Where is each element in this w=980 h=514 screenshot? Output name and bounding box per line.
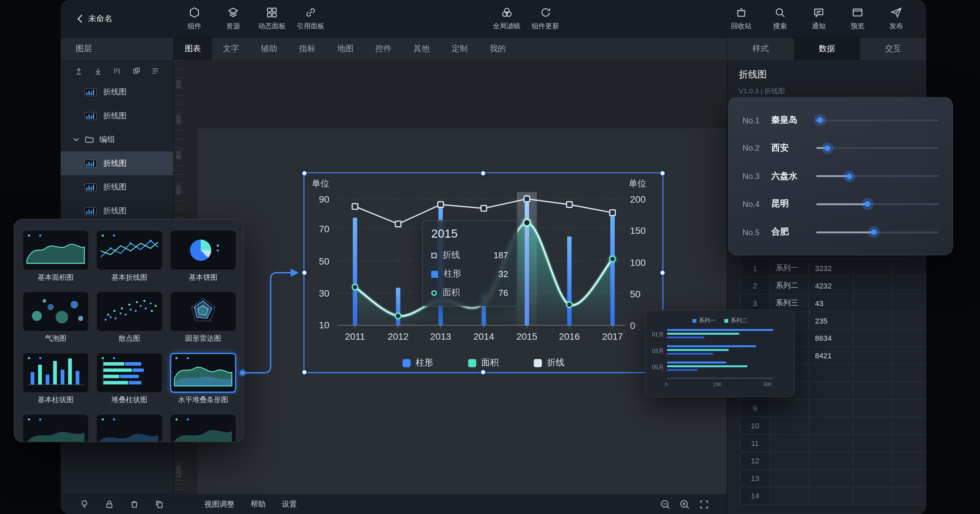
table-cell-value[interactable]: [809, 365, 853, 382]
publish-button[interactable]: 发布: [880, 4, 913, 33]
selection-handle[interactable]: [302, 270, 307, 275]
tab-mine[interactable]: 我的: [479, 37, 517, 60]
selection-handle[interactable]: [480, 171, 485, 176]
notifications-button[interactable]: 通知: [802, 4, 835, 33]
table-cell-value[interactable]: [809, 382, 853, 399]
columns-icon[interactable]: [113, 66, 121, 75]
layer-item[interactable]: 折线图: [60, 80, 173, 104]
layer-group[interactable]: 编组: [60, 128, 173, 152]
library-thumb-scatter[interactable]: 散点图: [97, 292, 162, 343]
table-cell-value[interactable]: [809, 470, 853, 487]
slider-knob[interactable]: [846, 173, 853, 179]
table-cell-value[interactable]: 43: [809, 295, 853, 311]
selection-handle[interactable]: [302, 370, 307, 375]
table-cell-empty[interactable]: [892, 312, 926, 329]
table-cell-empty[interactable]: [892, 435, 926, 452]
zoom-in-icon[interactable]: [679, 499, 690, 509]
menu-help[interactable]: 帮助: [251, 499, 266, 509]
tab-metrics[interactable]: 指标: [288, 37, 326, 60]
table-cell-empty[interactable]: [854, 260, 891, 276]
tab-data[interactable]: 数据: [794, 37, 860, 60]
library-thumb-basic-pie[interactable]: 基本饼图: [171, 231, 236, 282]
move-bottom-icon[interactable]: [93, 66, 102, 75]
resources-button[interactable]: 资源: [217, 4, 250, 33]
search-button[interactable]: 搜索: [764, 4, 797, 33]
preview-button[interactable]: 预览: [841, 4, 874, 33]
library-thumb-partial[interactable]: [171, 415, 236, 442]
table-cell-series-name[interactable]: [770, 417, 808, 434]
library-thumb-basic-area[interactable]: 基本面积图: [23, 231, 88, 282]
canvas[interactable]: 100200300400500600700800900100011001200: [174, 60, 727, 494]
duplicate-icon[interactable]: [132, 66, 140, 75]
list-icon[interactable]: [151, 66, 159, 75]
slider-knob[interactable]: [871, 229, 877, 235]
table-cell-series-name[interactable]: 系列一: [770, 260, 808, 276]
table-cell-empty[interactable]: [892, 470, 926, 487]
table-cell-empty[interactable]: [892, 417, 926, 434]
table-cell-empty[interactable]: [854, 452, 891, 469]
library-thumb-partial[interactable]: [23, 415, 88, 442]
menu-view-adjust[interactable]: 视图调整: [204, 499, 234, 509]
library-thumb-horizontal-stacked-bar-selected[interactable]: 水平堆叠条形图: [171, 354, 236, 405]
layer-item[interactable]: 折线图: [60, 175, 173, 199]
tab-style[interactable]: 样式: [727, 37, 794, 60]
table-cell-empty[interactable]: [854, 470, 891, 487]
move-top-icon[interactable]: [75, 66, 83, 75]
table-cell-empty[interactable]: [854, 277, 891, 294]
table-cell-value[interactable]: 8634: [809, 330, 853, 346]
lock-icon[interactable]: [104, 499, 115, 509]
rank-slider[interactable]: [816, 203, 939, 205]
tab-others[interactable]: 其他: [402, 37, 441, 60]
rank-slider[interactable]: [816, 231, 939, 233]
table-cell-empty[interactable]: [892, 452, 926, 469]
table-cell-empty[interactable]: [892, 277, 926, 294]
component-update-button[interactable]: 组件更新: [529, 4, 562, 33]
table-cell-empty[interactable]: [892, 347, 926, 364]
table-cell-series-name[interactable]: [770, 452, 808, 469]
rank-slider[interactable]: [816, 147, 939, 149]
layer-item-selected[interactable]: 折线图: [60, 151, 173, 175]
library-thumb-partial[interactable]: [97, 415, 162, 442]
table-cell-value[interactable]: 3232: [809, 260, 853, 276]
selection-handle[interactable]: [480, 370, 485, 375]
table-cell-empty[interactable]: [892, 365, 926, 382]
dynamic-panel-button[interactable]: 动态面板: [256, 4, 288, 33]
recycle-bin-button[interactable]: 回收站: [725, 4, 758, 33]
table-cell-series-name[interactable]: 系列三: [770, 295, 808, 311]
slider-knob[interactable]: [865, 201, 870, 207]
table-cell-empty[interactable]: [892, 382, 926, 399]
back-button[interactable]: 未命名: [60, 13, 154, 24]
table-cell-empty[interactable]: [854, 400, 891, 417]
table-cell-empty[interactable]: [854, 382, 891, 399]
tab-custom[interactable]: 定制: [441, 37, 479, 60]
slider-knob[interactable]: [824, 145, 830, 151]
table-cell-value[interactable]: 235: [809, 312, 853, 329]
table-cell-series-name[interactable]: [770, 487, 808, 504]
library-thumb-radar[interactable]: 圆形雷达图: [171, 292, 236, 343]
table-cell-empty[interactable]: [854, 417, 891, 434]
mini-bar-chart-popup[interactable]: 系列一 系列二 01月 03月 05月 0 150 300: [645, 310, 795, 397]
table-cell-empty[interactable]: [892, 400, 926, 417]
table-cell-value[interactable]: [809, 400, 853, 417]
table-cell-empty[interactable]: [854, 487, 891, 504]
zoom-out-icon[interactable]: [660, 499, 671, 509]
table-cell-empty[interactable]: [892, 487, 926, 504]
table-cell-empty[interactable]: [854, 347, 891, 364]
table-cell-value[interactable]: [809, 435, 853, 452]
selection-handle[interactable]: [302, 171, 307, 176]
copy-icon[interactable]: [154, 499, 164, 509]
table-cell-value[interactable]: [809, 417, 853, 434]
table-cell-empty[interactable]: [854, 312, 891, 329]
selection-handle[interactable]: [660, 171, 665, 176]
table-cell-series-name[interactable]: 系列二: [770, 277, 808, 294]
tab-text[interactable]: 文字: [212, 37, 250, 60]
table-cell-empty[interactable]: [892, 260, 926, 276]
rank-slider[interactable]: [816, 175, 939, 177]
trash-icon[interactable]: [129, 499, 139, 509]
reference-panel-button[interactable]: 引用面板: [294, 4, 327, 33]
tab-map[interactable]: 地图: [326, 37, 364, 60]
table-cell-empty[interactable]: [854, 330, 891, 346]
table-cell-value[interactable]: [809, 487, 853, 504]
table-cell-empty[interactable]: [854, 365, 891, 382]
components-button[interactable]: 组件: [178, 4, 211, 33]
